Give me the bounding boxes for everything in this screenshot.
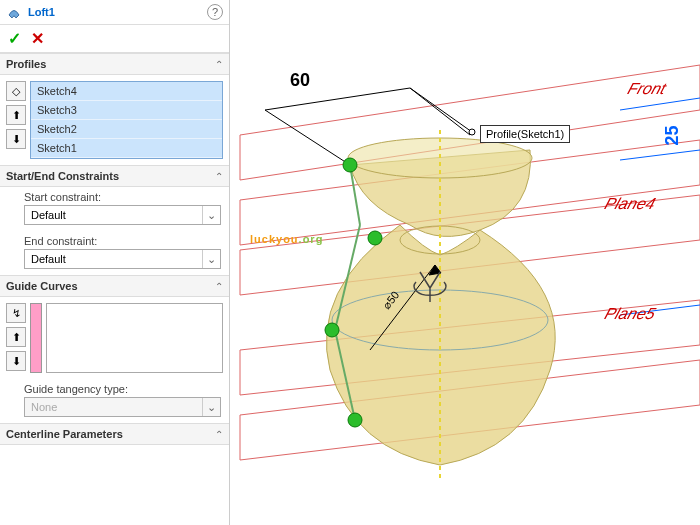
cancel-button[interactable]: ✕: [31, 29, 44, 48]
chevron-down-icon[interactable]: ⌄: [202, 206, 220, 224]
dropdown-value: Default: [25, 206, 202, 224]
svg-line-9: [265, 110, 350, 165]
svg-point-18: [325, 323, 339, 337]
list-item[interactable]: Sketch2: [31, 120, 222, 139]
chevron-up-icon: ⌃: [215, 59, 223, 70]
chevron-up-icon: ⌃: [215, 281, 223, 292]
svg-point-19: [348, 413, 362, 427]
end-constraint-label: End constraint:: [0, 231, 229, 249]
list-item[interactable]: Sketch4: [31, 82, 222, 101]
profiles-listbox[interactable]: Sketch4 Sketch3 Sketch2 Sketch1: [30, 81, 223, 159]
section-title: Profiles: [6, 58, 215, 70]
plane-label-front: Front: [625, 80, 668, 98]
dropdown-value: None: [25, 398, 202, 416]
guides-body: ↯ ⬆ ⬇: [0, 297, 229, 379]
svg-point-17: [368, 231, 382, 245]
chevron-up-icon: ⌃: [215, 429, 223, 440]
loft-icon: [6, 4, 22, 20]
move-up-button[interactable]: ⬆: [6, 105, 26, 125]
profiles-body: ◇ ⬆ ⬇ Sketch4 Sketch3 Sketch2 Sketch1: [0, 75, 229, 165]
guide-tangency-label: Guide tangency type:: [0, 379, 229, 397]
guide-color-bar: [30, 303, 42, 373]
plane-label-plane5: Plane5: [602, 305, 658, 323]
profile-select-icon[interactable]: ◇: [6, 81, 26, 101]
start-constraint-dropdown[interactable]: Default ⌄: [24, 205, 221, 225]
svg-line-10: [410, 88, 470, 135]
chevron-up-icon: ⌃: [215, 171, 223, 182]
linear-dimension-25: 25: [661, 125, 682, 145]
guides-section-header[interactable]: Guide Curves ⌃: [0, 275, 229, 297]
property-panel: Loft1 ? ✓ ✕ Profiles ⌃ ◇ ⬆ ⬇ Sketch4 Ske…: [0, 0, 230, 525]
feature-name: Loft1: [28, 6, 207, 18]
guides-listbox[interactable]: [46, 303, 223, 373]
confirm-bar: ✓ ✕: [0, 25, 229, 53]
svg-line-23: [620, 98, 700, 110]
start-constraint-label: Start constraint:: [0, 187, 229, 205]
guide-select-icon[interactable]: ↯: [6, 303, 26, 323]
chevron-down-icon: ⌄: [202, 398, 220, 416]
section-title: Guide Curves: [6, 280, 215, 292]
guide-tangency-group: Guide tangency type: None ⌄: [0, 379, 229, 423]
profiles-section-header[interactable]: Profiles ⌃: [0, 53, 229, 75]
list-item[interactable]: Sketch3: [31, 101, 222, 120]
constraints-section-header[interactable]: Start/End Constraints ⌃: [0, 165, 229, 187]
ok-button[interactable]: ✓: [8, 29, 21, 48]
end-constraint-dropdown[interactable]: Default ⌄: [24, 249, 221, 269]
section-title: Centerline Parameters: [6, 428, 215, 440]
chevron-down-icon[interactable]: ⌄: [202, 250, 220, 268]
list-item[interactable]: Sketch1: [31, 139, 222, 158]
svg-line-8: [265, 88, 410, 110]
constraints-body: Start constraint: Default ⌄ End constrai…: [0, 187, 229, 275]
svg-point-16: [343, 158, 357, 172]
plane-label-plane4: Plane4: [602, 195, 658, 213]
linear-dimension-60: 60: [290, 70, 310, 91]
move-down-button[interactable]: ⬇: [6, 351, 26, 371]
svg-line-20: [410, 88, 472, 132]
move-up-button[interactable]: ⬆: [6, 327, 26, 347]
svg-line-24: [620, 150, 700, 160]
svg-point-21: [469, 129, 475, 135]
centerline-section-header[interactable]: Centerline Parameters ⌃: [0, 423, 229, 445]
guide-tangency-dropdown: None ⌄: [24, 397, 221, 417]
panel-header: Loft1 ?: [0, 0, 229, 25]
help-icon[interactable]: ?: [207, 4, 223, 20]
profiles-button-col: ◇ ⬆ ⬇: [6, 81, 26, 159]
guides-button-col: ↯ ⬆ ⬇: [6, 303, 26, 373]
section-title: Start/End Constraints: [6, 170, 215, 182]
profile-tooltip: Profile(Sketch1): [480, 125, 570, 143]
dropdown-value: Default: [25, 250, 202, 268]
move-down-button[interactable]: ⬇: [6, 129, 26, 149]
viewport-3d[interactable]: ⌀50 60 25 Profile(Sketch1) Fro: [230, 0, 700, 525]
